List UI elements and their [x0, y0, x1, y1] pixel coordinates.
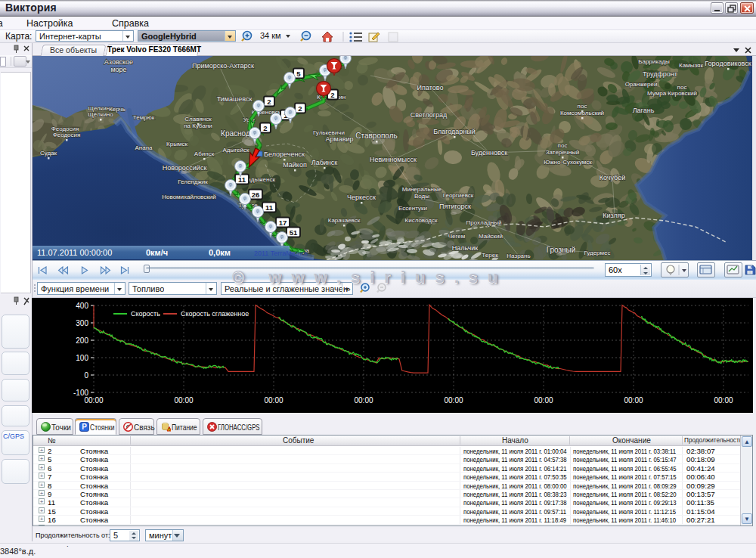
svg-text:Судак: Судак: [40, 150, 57, 157]
svg-text:Майкоп: Майкоп: [283, 161, 307, 169]
svg-text:Кизляр: Кизляр: [603, 212, 624, 219]
svg-text:Ипатово: Ипатово: [417, 84, 444, 91]
svg-text:Кисловодск: Кисловодск: [405, 217, 438, 224]
svg-text:2011 TerraMetrics: 2011 TerraMetrics: [254, 250, 308, 257]
svg-text:Анапа: Анапа: [135, 144, 153, 151]
svg-text:Ставрополь: Ставрополь: [355, 132, 398, 140]
svg-text:00:00: 00:00: [84, 396, 103, 405]
svg-text:Благодарный: Благодарный: [433, 128, 476, 135]
svg-text:Керчь: Керчь: [109, 106, 125, 113]
svg-text:Баррикады: Баррикады: [638, 58, 670, 65]
svg-text:Приморско-Ахтарск: Приморско-Ахтарск: [192, 62, 254, 70]
svg-text:200: 200: [76, 336, 88, 345]
svg-text:51: 51: [290, 228, 298, 237]
svg-text:Гулькевичи: Гулькевичи: [313, 129, 345, 136]
svg-text:Лагань: Лагань: [633, 107, 655, 114]
svg-text:море: море: [110, 66, 126, 73]
svg-text:2: 2: [267, 98, 271, 106]
svg-text:Скорость: Скорость: [131, 310, 160, 318]
svg-text:00:00: 00:00: [714, 396, 733, 405]
svg-text:2: 2: [298, 104, 302, 113]
svg-text:Оранжереи: Оранжереи: [625, 81, 658, 88]
svg-text:Карачаевск: Карачаевск: [328, 217, 361, 224]
svg-text:Новороссийск: Новороссийск: [163, 164, 207, 172]
svg-text:Терек: Терек: [482, 252, 498, 259]
svg-text:0км/ч: 0км/ч: [146, 248, 168, 257]
svg-text:5: 5: [296, 70, 301, 78]
svg-text:17: 17: [279, 219, 287, 227]
svg-text:Чегем: Чегем: [448, 233, 465, 240]
svg-text:Абинск: Абинск: [194, 150, 215, 157]
svg-text:Феодосия: Феодосия: [53, 132, 81, 138]
svg-text:00:00: 00:00: [354, 396, 373, 405]
svg-text:-100: -100: [73, 389, 88, 397]
svg-text:Славянск: Славянск: [184, 116, 212, 122]
svg-text:11: 11: [238, 175, 246, 184]
svg-text:Крымск: Крымск: [166, 141, 187, 147]
svg-text:0: 0: [84, 371, 88, 380]
svg-text:11.07.2011 00:00:00: 11.07.2011 00:00:00: [37, 248, 112, 257]
svg-text:Нальчик: Нальчик: [452, 244, 479, 252]
svg-text:2: 2: [330, 91, 334, 99]
svg-text:26: 26: [252, 191, 260, 199]
svg-text:2: 2: [263, 124, 267, 132]
svg-text:00:00: 00:00: [444, 396, 463, 405]
svg-text:Черкесск: Черкесск: [347, 194, 376, 201]
svg-text:Южно-Сухокумск: Южно-Сухокумск: [544, 159, 592, 166]
svg-text:Белореченск: Белореченск: [264, 150, 305, 158]
svg-text:00:00: 00:00: [174, 396, 193, 405]
svg-text:P: P: [82, 423, 87, 431]
svg-text:Трудфронт: Трудфронт: [643, 70, 677, 78]
svg-text:пос: пос: [578, 103, 587, 110]
svg-text:Городовиковск: Городовиковск: [705, 60, 751, 67]
svg-text:00:00: 00:00: [264, 396, 283, 405]
svg-text:Невинномысск: Невинномысск: [370, 156, 417, 163]
svg-text:пос: пос: [558, 142, 568, 149]
svg-text:Майский: Майский: [479, 233, 503, 240]
svg-text:34 км: 34 км: [260, 31, 281, 40]
svg-text:Минеральные: Минеральные: [402, 186, 442, 193]
svg-text:Георгиевск: Георгиевск: [443, 192, 474, 199]
svg-text:Мумра Кировский: Мумра Кировский: [647, 90, 697, 97]
svg-text:Буденновск: Буденновск: [471, 149, 507, 157]
svg-text:Назрань: Назрань: [507, 253, 530, 259]
svg-text:Пятигорск: Пятигорск: [439, 203, 471, 210]
svg-text:Новомихайловский: Новомихайловский: [162, 194, 215, 200]
svg-text:Темрюк: Темрюк: [133, 114, 155, 121]
svg-text:11: 11: [265, 203, 274, 212]
svg-text:Прохладный: Прохладный: [466, 219, 502, 226]
svg-text:Азовское: Азовское: [104, 58, 133, 66]
svg-text:0,0км: 0,0км: [209, 248, 231, 257]
svg-text:Кочубей: Кочубей: [600, 174, 625, 181]
svg-text:Камызяк: Камызяк: [679, 62, 703, 69]
svg-text:Затеречный: Затеречный: [546, 149, 580, 156]
svg-text:300: 300: [76, 319, 88, 327]
svg-text:Тимашевск: Тимашевск: [217, 95, 253, 103]
svg-text:00:00: 00:00: [624, 396, 643, 405]
svg-text:Воды: Воды: [414, 193, 429, 200]
svg-text:Грозный: Грозный: [547, 246, 576, 254]
svg-text:Гудермес: Гудермес: [584, 250, 610, 256]
svg-text:100: 100: [76, 354, 88, 362]
svg-text:Лабинск: Лабинск: [311, 159, 338, 166]
svg-text:Геленджик: Геленджик: [178, 178, 208, 185]
svg-text:Ессентуки: Ессентуки: [398, 205, 427, 212]
svg-text:Светлоград: Светлоград: [411, 111, 448, 119]
svg-text:Скорость сглаженное: Скорость сглаженное: [181, 310, 249, 318]
svg-text:Армавир: Армавир: [325, 135, 353, 143]
svg-text:Адыгейск: Адыгейск: [223, 147, 249, 153]
svg-text:400: 400: [76, 302, 88, 310]
svg-text:00:00: 00:00: [534, 396, 553, 405]
